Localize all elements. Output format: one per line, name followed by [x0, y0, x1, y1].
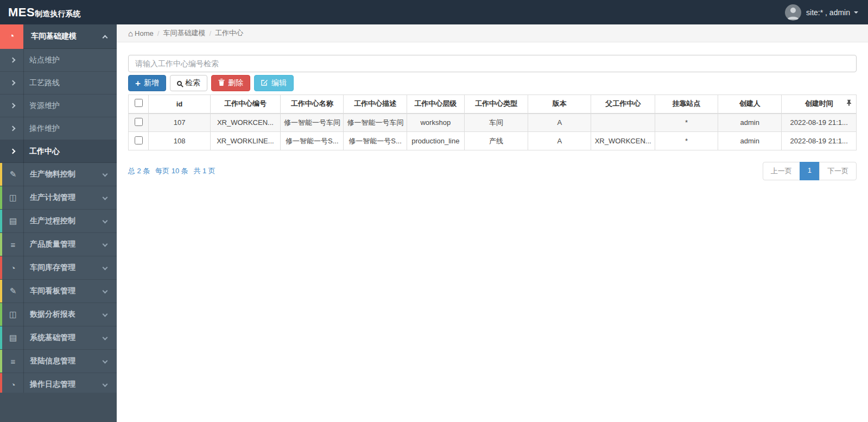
column-header-type[interactable]: 工作中心类型 — [464, 95, 528, 114]
chevron-down-icon — [103, 311, 108, 317]
sidebar-item-plan-management[interactable]: 生产计划管理 — [0, 186, 117, 210]
sidebar-item-material-control[interactable]: 生产物料控制 — [0, 163, 117, 186]
column-header-version[interactable]: 版本 — [528, 95, 591, 114]
cell-id: 107 — [149, 114, 210, 132]
user-label: site:* , admin — [806, 8, 850, 17]
table-row[interactable]: 107 XR_WORKCEN... 修一智能一号车间 修一智能一号车间 work… — [129, 114, 857, 132]
breadcrumb-home[interactable]: Home — [135, 29, 154, 37]
sidebar-item-label: 操作日志管理 — [30, 380, 75, 389]
sidebar-item-label: 车间库存管理 — [30, 263, 75, 273]
sidebar-item-label: 车间看板管理 — [30, 286, 75, 296]
page-1-button[interactable]: 1 — [800, 162, 820, 180]
pin-icon[interactable] — [846, 100, 852, 108]
chevron-down-icon — [103, 171, 108, 177]
column-header-parent[interactable]: 父工作中心 — [591, 95, 655, 114]
breadcrumb-level1[interactable]: 车间基础建模 — [163, 28, 205, 38]
sidebar-item-label: 生产物料控制 — [30, 169, 75, 179]
prev-page-button[interactable]: 上一页 — [763, 162, 800, 180]
color-stripe — [0, 350, 2, 373]
sidebar-item-inventory-management[interactable]: 车间库存管理 — [0, 256, 117, 280]
sidebar-item-data-report[interactable]: 数据分析报表 — [0, 303, 117, 326]
color-stripe — [0, 280, 2, 303]
table-header-row: id 工作中心编号 工作中心名称 工作中心描述 工作中心层级 工作中心类型 版本… — [129, 95, 857, 114]
user-menu[interactable]: site:* , admin — [785, 4, 868, 21]
toolbar: + 新增 检索 删除 编辑 — [128, 75, 857, 91]
chevron-down-icon — [854, 11, 858, 14]
sidebar: 车间基础建模 站点维护 工艺路线 资源维护 操作维护 工作中心 生产物料控制 — [0, 24, 117, 422]
next-page-button[interactable]: 下一页 — [819, 162, 857, 180]
sidebar-item-login-info[interactable]: 登陆信息管理 — [0, 350, 117, 373]
sidebar-item-label: 系统基础管理 — [30, 333, 75, 343]
add-button[interactable]: + 新增 — [128, 75, 166, 91]
cell-code: XR_WORKLINE... — [210, 132, 280, 150]
column-header-level[interactable]: 工作中心层级 — [407, 95, 464, 114]
delete-button[interactable]: 删除 — [211, 75, 250, 91]
sidebar-footer-area — [0, 393, 117, 422]
cell-creator: admin — [718, 132, 782, 150]
gauge-icon — [0, 24, 23, 49]
plus-icon: + — [135, 79, 141, 88]
main-content: ⌂ Home / 车间基础建模 / 工作中心 + 新增 检索 删除 编辑 — [117, 24, 868, 422]
columns-icon — [8, 310, 18, 319]
sidebar-item-quality-management[interactable]: 产品质量管理 — [0, 233, 117, 256]
cell-created-time: 2022-08-19 21:1... — [782, 132, 857, 150]
avatar — [785, 4, 801, 21]
column-header-description[interactable]: 工作中心描述 — [344, 95, 407, 114]
pencil-icon — [8, 169, 18, 179]
row-checkbox[interactable] — [135, 136, 143, 144]
cell-creator: admin — [718, 114, 782, 132]
sidebar-subitem-site-maintenance[interactable]: 站点维护 — [0, 49, 117, 72]
column-header-name[interactable]: 工作中心名称 — [281, 95, 344, 114]
sidebar-item-label: 生产计划管理 — [30, 193, 75, 203]
cell-parent — [591, 114, 655, 132]
sidebar-item-operation-log[interactable]: 操作日志管理 — [0, 373, 117, 393]
sidebar-subitem-process-route[interactable]: 工艺路线 — [0, 72, 117, 95]
color-stripe — [0, 373, 2, 393]
row-checkbox[interactable] — [135, 118, 143, 126]
edit-button[interactable]: 编辑 — [254, 75, 294, 91]
select-all-checkbox[interactable] — [135, 99, 143, 107]
sidebar-subitem-work-center[interactable]: 工作中心 — [0, 140, 117, 163]
chevron-right-icon — [10, 58, 16, 63]
sidebar-subitem-label: 资源维护 — [29, 101, 60, 111]
column-header-site[interactable]: 挂靠站点 — [655, 95, 718, 114]
column-header-creator[interactable]: 创建人 — [718, 95, 782, 114]
column-header-id[interactable]: id — [149, 95, 210, 114]
search-button[interactable]: 检索 — [170, 75, 207, 91]
row-select-cell — [129, 114, 149, 132]
search-input[interactable] — [128, 55, 857, 72]
sidebar-item-system-management[interactable]: 系统基础管理 — [0, 326, 117, 350]
table-row[interactable]: 108 XR_WORKLINE... 修一智能一号S... 修一智能一号S...… — [129, 132, 857, 150]
sidebar-item-process-control[interactable]: 生产过程控制 — [0, 210, 117, 233]
column-header-code[interactable]: 工作中心编号 — [210, 95, 280, 114]
sidebar-subitem-label: 站点维护 — [29, 55, 60, 65]
book-icon — [8, 333, 18, 343]
chevron-right-icon — [10, 126, 16, 131]
column-header-label: 创建时间 — [805, 99, 833, 108]
chevron-right-icon — [10, 149, 16, 154]
sidebar-item-label: 车间基础建模 — [31, 32, 77, 41]
sidebar-item-kanban-management[interactable]: 车间看板管理 — [0, 280, 117, 303]
sidebar-subitem-label: 工艺路线 — [29, 78, 60, 88]
cell-type: 车间 — [464, 114, 528, 132]
breadcrumb: ⌂ Home / 车间基础建模 / 工作中心 — [117, 24, 868, 42]
add-button-label: 新增 — [144, 78, 159, 88]
sidebar-subitem-resource-maintenance[interactable]: 资源维护 — [0, 95, 117, 117]
sidebar-item-workshop-modeling[interactable]: 车间基础建模 — [0, 24, 117, 49]
per-page-count: 每页 10 条 — [155, 167, 188, 175]
page-count: 共 1 页 — [193, 167, 215, 175]
column-header-created-time[interactable]: 创建时间 — [782, 95, 857, 114]
sidebar-subitem-operation-maintenance[interactable]: 操作维护 — [0, 117, 117, 140]
cell-name: 修一智能一号车间 — [281, 114, 344, 132]
cell-created-time: 2022-08-19 21:1... — [782, 114, 857, 132]
page-body: + 新增 检索 删除 编辑 — [117, 42, 868, 180]
chevron-down-icon — [103, 194, 108, 200]
list-icon — [8, 240, 18, 249]
search-button-label: 检索 — [185, 78, 200, 88]
color-stripe — [0, 233, 2, 256]
color-stripe — [0, 186, 2, 209]
sidebar-subitem-label: 操作维护 — [29, 124, 60, 134]
cell-name: 修一智能一号S... — [281, 132, 344, 150]
color-stripe — [0, 326, 2, 349]
pagination: 上一页 1 下一页 — [763, 162, 857, 180]
